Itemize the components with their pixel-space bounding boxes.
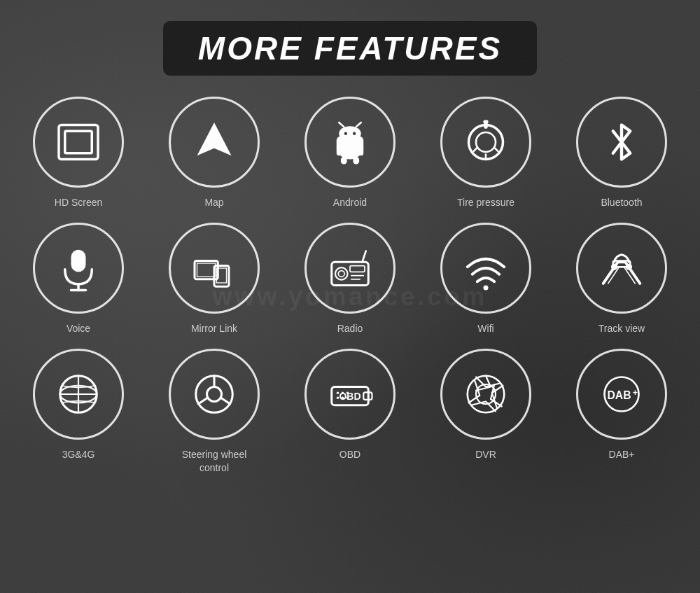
globe-icon bbox=[54, 370, 103, 419]
svg-rect-25 bbox=[197, 263, 216, 277]
svg-rect-21 bbox=[71, 250, 86, 272]
svg-point-57 bbox=[468, 376, 505, 413]
feature-circle-track-view bbox=[576, 223, 667, 314]
svg-point-7 bbox=[339, 126, 361, 141]
feature-circle-wifi bbox=[440, 223, 531, 314]
feature-3g4g: 3G&4G bbox=[28, 349, 129, 473]
svg-point-30 bbox=[338, 271, 344, 277]
svg-line-19 bbox=[494, 148, 498, 151]
feature-android: Android bbox=[300, 97, 400, 209]
features-row-1: HD Screen Map bbox=[28, 97, 672, 209]
feature-map: Map bbox=[164, 97, 265, 209]
svg-text:+: + bbox=[633, 388, 638, 398]
feature-label-mirror-link: Mirror Link bbox=[191, 322, 237, 335]
feature-dvr: DVR bbox=[435, 349, 536, 473]
svg-line-11 bbox=[356, 123, 361, 127]
svg-point-56 bbox=[346, 397, 349, 400]
svg-point-9 bbox=[353, 132, 356, 135]
features-grid: HD Screen Map bbox=[28, 97, 672, 474]
page-wrapper: MORE FEATURES www.yomance.com HD Screen bbox=[0, 0, 700, 593]
feature-circle-map bbox=[169, 97, 260, 188]
dvr-icon bbox=[461, 370, 510, 419]
feature-bluetooth: Bluetooth bbox=[571, 97, 672, 209]
microphone-icon bbox=[54, 244, 103, 293]
dab-icon: DAB + bbox=[597, 370, 646, 419]
features-row-3: 3G&4G Steering wheelcontrol bbox=[28, 349, 672, 473]
steering-icon bbox=[190, 370, 239, 419]
radio-icon bbox=[326, 244, 374, 293]
svg-line-46 bbox=[198, 398, 207, 405]
map-icon bbox=[190, 118, 239, 167]
feature-label-tire: Tire pressure bbox=[457, 196, 514, 209]
mirror-icon bbox=[190, 244, 239, 293]
feature-obd: OBD OBD bbox=[300, 349, 400, 473]
feature-tire: Tire pressure bbox=[435, 97, 536, 209]
feature-circle-dab: DAB + bbox=[576, 349, 667, 440]
svg-point-53 bbox=[346, 392, 349, 395]
feature-circle-dvr bbox=[440, 349, 531, 440]
svg-line-10 bbox=[339, 123, 344, 127]
feature-dab: DAB + DAB+ bbox=[571, 349, 672, 473]
feature-steering: Steering wheelcontrol bbox=[164, 349, 265, 473]
features-row-2: Voice Mirror Link bbox=[28, 223, 672, 335]
feature-label-track-view: Track view bbox=[598, 322, 645, 335]
feature-circle-obd: OBD bbox=[304, 349, 396, 440]
svg-point-29 bbox=[335, 267, 348, 280]
svg-point-35 bbox=[484, 286, 489, 291]
tire-icon bbox=[461, 118, 510, 167]
svg-rect-12 bbox=[341, 157, 347, 165]
wifi-icon bbox=[461, 244, 510, 293]
svg-point-44 bbox=[207, 387, 222, 402]
feature-circle-voice bbox=[33, 223, 124, 314]
feature-circle-tire bbox=[440, 97, 531, 188]
feature-label-3g4g: 3G&4G bbox=[62, 448, 95, 461]
feature-label-obd: OBD bbox=[340, 448, 360, 461]
page-title: MORE FEATURES bbox=[198, 29, 502, 67]
svg-point-55 bbox=[342, 397, 344, 400]
svg-rect-17 bbox=[484, 120, 489, 124]
feature-circle-steering bbox=[169, 349, 260, 440]
feature-radio: Radio bbox=[300, 223, 400, 335]
svg-point-54 bbox=[337, 397, 340, 400]
svg-point-52 bbox=[342, 392, 344, 395]
feature-hd-screen: HD Screen bbox=[28, 97, 129, 209]
svg-marker-2 bbox=[197, 123, 232, 155]
feature-label-bluetooth: Bluetooth bbox=[601, 196, 642, 209]
feature-label-steering: Steering wheelcontrol bbox=[182, 448, 247, 473]
feature-wifi: Wifi bbox=[435, 223, 536, 335]
android-icon bbox=[326, 118, 374, 167]
feature-label-hd-screen: HD Screen bbox=[55, 196, 102, 209]
feature-label-wifi: Wifi bbox=[477, 322, 493, 335]
feature-circle-mirror-link bbox=[169, 223, 260, 314]
feature-label-dvr: DVR bbox=[475, 448, 496, 461]
feature-circle-radio bbox=[304, 223, 396, 314]
svg-line-47 bbox=[221, 398, 230, 405]
screen-icon bbox=[54, 118, 103, 167]
feature-label-android: Android bbox=[333, 196, 367, 209]
svg-point-8 bbox=[344, 132, 347, 135]
feature-label-radio: Radio bbox=[337, 322, 363, 335]
bluetooth-icon bbox=[597, 118, 646, 167]
svg-point-51 bbox=[337, 392, 340, 395]
feature-track-view: Track view bbox=[571, 223, 672, 335]
svg-point-15 bbox=[476, 132, 496, 152]
feature-circle-android bbox=[304, 97, 396, 188]
svg-rect-31 bbox=[350, 266, 365, 272]
feature-label-map: Map bbox=[204, 196, 223, 209]
svg-rect-13 bbox=[353, 157, 359, 165]
obd-icon: OBD bbox=[326, 370, 374, 419]
svg-rect-1 bbox=[65, 131, 92, 153]
feature-circle-hd-screen bbox=[33, 97, 124, 188]
feature-label-dab: DAB+ bbox=[609, 448, 635, 461]
svg-line-34 bbox=[363, 251, 366, 263]
feature-circle-bluetooth bbox=[576, 97, 667, 188]
feature-label-voice: Voice bbox=[66, 322, 90, 335]
feature-mirror-link: Mirror Link bbox=[164, 223, 265, 335]
feature-circle-3g4g bbox=[33, 349, 124, 440]
feature-voice: Voice bbox=[28, 223, 129, 335]
title-banner: MORE FEATURES bbox=[163, 21, 537, 76]
svg-text:DAB: DAB bbox=[607, 389, 631, 401]
track-icon bbox=[597, 244, 646, 293]
svg-line-18 bbox=[474, 148, 477, 151]
